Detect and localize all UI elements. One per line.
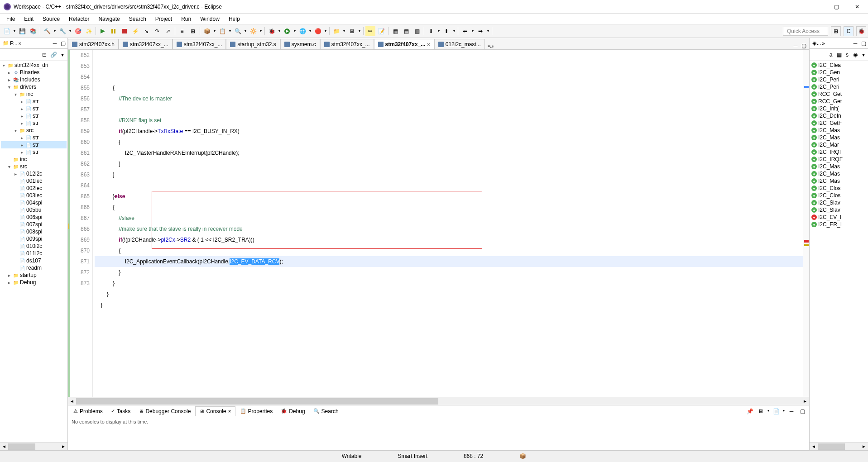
code-line[interactable]: if(!(pI2CHandle->pI2Cx->SR2 & ( 1 << I2C… xyxy=(95,234,803,245)
properties-tab[interactable]: 📋 Properties xyxy=(236,407,277,416)
open-type-button[interactable]: 📋 xyxy=(217,26,227,36)
menu-search[interactable]: Search xyxy=(125,14,151,24)
tree-root[interactable]: ▾📁stm32f4xx_dri xyxy=(1,62,67,69)
outline-item[interactable]: ●RCC_Get xyxy=(810,98,867,105)
hide-non-public-button[interactable]: ◉ xyxy=(852,51,859,58)
tree-item[interactable]: 📄004spi xyxy=(1,199,67,206)
code-line[interactable] xyxy=(95,310,803,321)
outline-item[interactable]: ●I2C_Mas xyxy=(810,170,867,177)
code-line[interactable] xyxy=(95,180,803,191)
step-into-button[interactable]: ↘ xyxy=(141,26,151,36)
build-all-button[interactable]: 🔧 xyxy=(58,26,67,36)
open-console-button[interactable]: 📄 xyxy=(771,406,781,416)
outline-item[interactable]: ●RCC_Get xyxy=(810,90,867,98)
save-button[interactable]: 💾 xyxy=(17,26,27,36)
wand-icon[interactable]: ✨ xyxy=(84,26,94,36)
toggle-button[interactable]: ▦ xyxy=(390,26,400,36)
console-tab[interactable]: 🖥 Console × xyxy=(195,406,235,416)
tree-item[interactable]: 📄007spi xyxy=(1,221,67,228)
tree-item[interactable]: 📄005bu xyxy=(1,206,67,214)
next-annot-button[interactable]: ⬇ xyxy=(426,26,436,36)
menu-project[interactable]: Project xyxy=(151,14,177,24)
git-button[interactable]: 📁 xyxy=(331,26,341,36)
maximize-editor-button[interactable]: ▢ xyxy=(800,42,807,49)
tree-item[interactable]: 📄003lec xyxy=(1,192,67,199)
search-tab[interactable]: 🔍 Search xyxy=(310,407,342,416)
outline-item[interactable]: ●I2C_Mas xyxy=(810,163,867,170)
disconnect-button[interactable]: ⚡ xyxy=(130,26,140,36)
hide-static-button[interactable]: s xyxy=(844,51,851,58)
outline-item[interactable]: ●I2C_Clea xyxy=(810,62,867,69)
build-all-dropdown[interactable]: ▾ xyxy=(68,27,72,36)
tree-item[interactable]: ▸📁Debug xyxy=(1,279,67,286)
code-line[interactable]: } xyxy=(95,267,803,278)
build-button[interactable]: 🔨 xyxy=(42,26,52,36)
tree-item[interactable]: 📄006spi xyxy=(1,214,67,221)
sort-button[interactable]: a xyxy=(827,51,834,58)
tree-item[interactable]: ▸⚙Binaries xyxy=(1,69,67,76)
tree-item[interactable]: ▸📄str xyxy=(1,141,67,148)
code-line[interactable]: } xyxy=(95,278,803,289)
maximize-bottom-button[interactable]: ▢ xyxy=(797,406,807,416)
mark-button[interactable]: 📝 xyxy=(376,26,386,36)
code-line[interactable]: //slave xyxy=(95,213,803,224)
outline-item[interactable]: ●I2C_Mar xyxy=(810,141,867,148)
step-return-button[interactable]: ↗ xyxy=(163,26,173,36)
console-button[interactable]: 🖥 xyxy=(347,26,357,36)
outline-item[interactable]: ●I2C_Slav xyxy=(810,206,867,214)
code-area[interactable]: { //The device is master //RXNE flag is … xyxy=(93,50,803,397)
menu-refactor[interactable]: Refactor xyxy=(64,14,94,24)
close-button[interactable]: ✕ xyxy=(851,2,863,11)
code-line[interactable]: } xyxy=(95,300,803,310)
profile-button[interactable]: 🌐 xyxy=(297,26,307,36)
hide-fields-button[interactable]: ▦ xyxy=(835,51,843,58)
tree-item[interactable]: ▸📚Includes xyxy=(1,76,67,83)
code-line[interactable]: I2C_MasterHandleRXNEInterrupt(pI2CHandle… xyxy=(95,148,803,158)
tree-item[interactable]: 📄001lec xyxy=(1,177,67,185)
close-icon[interactable]: × xyxy=(18,41,21,46)
scroll-left-icon[interactable]: ◄ xyxy=(68,398,76,405)
tree-item[interactable]: ▸📁startup xyxy=(1,271,67,279)
scroll-left-icon[interactable]: ◄ xyxy=(810,443,818,450)
outline-item[interactable]: ●I2C_Slav xyxy=(810,199,867,206)
tree-item[interactable]: 📁inc xyxy=(1,156,67,163)
scroll-left-icon[interactable]: ◄ xyxy=(0,443,8,450)
outline-item[interactable]: ●I2C_ER_I xyxy=(810,221,867,228)
tree-item[interactable]: 📄009spi xyxy=(1,235,67,243)
ext-tools-button[interactable]: 🔴 xyxy=(313,26,323,36)
tree-item[interactable]: 📄008spi xyxy=(1,228,67,235)
outline-item[interactable]: ●I2C_DeIn xyxy=(810,112,867,119)
tree-item[interactable]: ▸📄str xyxy=(1,112,67,119)
code-line[interactable]: if(pI2CHandle->TxRxState == I2C_BUSY_IN_… xyxy=(95,126,803,137)
tree-item[interactable]: 📄ds107 xyxy=(1,257,67,264)
outline-hscroll[interactable]: ◄ ► xyxy=(810,442,868,450)
instr-step-button[interactable]: ≡ xyxy=(177,26,187,36)
editor-tab[interactable]: stm32f407xx_... xyxy=(173,39,226,49)
overview-ruler[interactable] xyxy=(803,50,809,397)
code-line[interactable]: { xyxy=(95,137,803,148)
outline-item[interactable]: ●I2C_IRQF xyxy=(810,156,867,163)
tree-item[interactable]: 📄002lec xyxy=(1,185,67,192)
editor-tab[interactable]: stm32f407xx_... xyxy=(119,39,173,49)
new-button[interactable]: 📄 xyxy=(2,26,12,36)
display-console-button[interactable]: 🖥 xyxy=(756,406,766,416)
minimize-outline-button[interactable]: ─ xyxy=(852,40,859,47)
resume-button[interactable] xyxy=(98,26,108,36)
toggle2-button[interactable]: ▤ xyxy=(401,26,411,36)
code-line[interactable]: //make sure that the slave is really in … xyxy=(95,224,803,234)
outline-item[interactable]: ●I2C_Mas xyxy=(810,177,867,185)
code-line[interactable]: } xyxy=(95,289,803,300)
editor-tab[interactable]: stm32f407xx.h xyxy=(68,39,119,49)
code-line[interactable] xyxy=(95,104,803,115)
link-editor-button[interactable]: 🔗 xyxy=(49,51,58,59)
menu-navigate[interactable]: Navigate xyxy=(94,14,124,24)
maximize-view-button[interactable]: ▢ xyxy=(59,40,67,47)
editor-tab[interactable]: stm32f407xx_... xyxy=(320,39,374,49)
tree-item[interactable]: ▸📄str xyxy=(1,119,67,127)
tree-item[interactable]: ▾📁src xyxy=(1,127,67,134)
menu-file[interactable]: File xyxy=(2,14,19,24)
project-tree[interactable]: ▾📁stm32f4xx_dri ▸⚙Binaries▸📚Includes▾📁dr… xyxy=(0,61,67,442)
outline-item[interactable]: ●I2C_Gen xyxy=(810,69,867,76)
outline-item[interactable]: ●I2C_Mas xyxy=(810,127,867,134)
code-line[interactable]: { xyxy=(95,202,803,213)
